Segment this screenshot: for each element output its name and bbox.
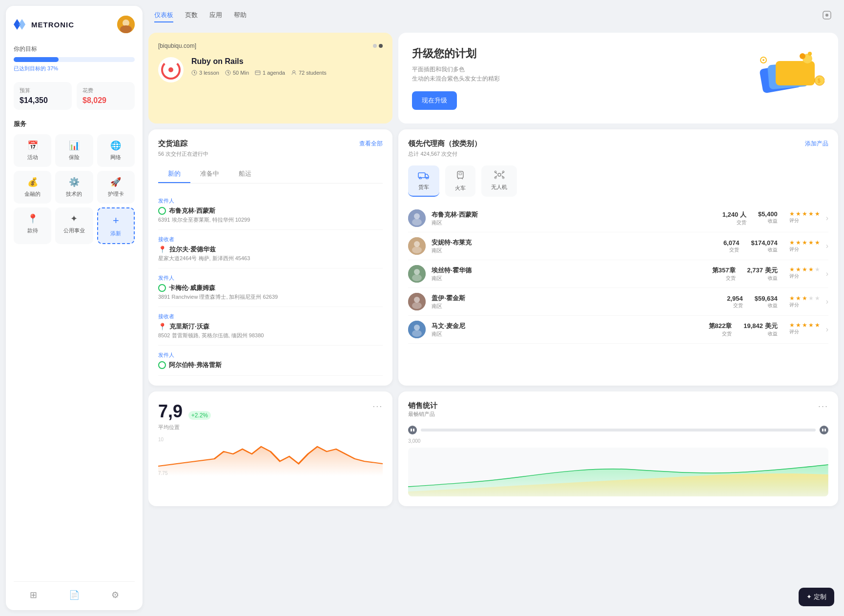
tab-shipping[interactable]: 船运 — [229, 165, 261, 183]
star-3-1: ★ — [789, 295, 795, 302]
agent-arrow-2[interactable]: › — [826, 269, 828, 278]
svg-point-34 — [414, 213, 420, 219]
agent-avatar-4 — [408, 321, 426, 338]
agent-revenue-4: 19,842 美元 收益 — [743, 322, 777, 337]
expense-card: 花费 $8,029 — [77, 82, 135, 110]
position-stat-card: 7,9 +2.2% 平均位置 ··· 7.75 — [148, 391, 392, 506]
name-3: 卡梅伦·威廉姆森 — [158, 284, 383, 292]
position-more-button[interactable]: ··· — [372, 401, 383, 411]
view-all-link[interactable]: 查看全部 — [359, 140, 383, 148]
upgrade-desc: 平面插图和我们多色 生动的未混合紫色头发女士的精彩 — [412, 65, 500, 83]
network-icon: 🌐 — [110, 140, 121, 151]
tab-new[interactable]: 新的 — [158, 165, 190, 183]
add-product-button[interactable]: 添加产品 — [805, 140, 828, 148]
shipment-tabs: 新的 准备中 船运 — [158, 165, 383, 184]
service-activity[interactable]: 📅 活动 — [14, 134, 51, 167]
addr-3: 3891 Ranchview 理查森博士, 加利福尼亚州 62639 — [158, 293, 383, 301]
notification-icon[interactable] — [822, 10, 832, 23]
star-3-2: ★ — [796, 295, 801, 302]
svg-rect-19 — [418, 173, 425, 178]
nav-help[interactable]: 帮助 — [234, 11, 247, 22]
star-4-2: ★ — [796, 322, 801, 329]
service-hospitality[interactable]: 📍 款待 — [14, 207, 51, 244]
agent-region-2: 南区 — [432, 275, 706, 282]
agent-row-3: 盖伊·霍金斯 南区 2,954 交货 $59,634 收益 ★★★★★ 评分 › — [408, 288, 828, 316]
activity-icon: 📅 — [27, 140, 38, 151]
course-agenda: 1 agenda — [255, 70, 285, 76]
services-grid: 📅 活动 📊 保险 🌐 网络 💰 金融的 ⚙️ 技术的 🚀 护理卡 📍 款待 ✦ — [14, 134, 135, 244]
file-icon[interactable]: 📄 — [69, 590, 80, 600]
agent-arrow-0[interactable]: › — [826, 214, 828, 223]
star-0-3: ★ — [802, 210, 807, 217]
slider-left-thumb[interactable] — [408, 426, 417, 434]
dot-2 — [379, 44, 383, 48]
agent-arrow-1[interactable]: › — [826, 242, 828, 250]
slider-track[interactable] — [421, 429, 816, 431]
svg-point-24 — [498, 173, 501, 176]
svg-point-13 — [800, 53, 805, 59]
agent-row-0: 布鲁克林·西蒙斯 南区 1,240 人 交货 $5,400 收益 ★★★★★ 评… — [408, 205, 828, 232]
name-5: 阿尔伯特·弗洛雷斯 — [158, 361, 383, 370]
svg-rect-51 — [824, 429, 826, 431]
shipment-header: 交货追踪 查看全部 — [158, 139, 383, 148]
svg-point-20 — [419, 177, 421, 179]
nav-pages[interactable]: 页数 — [185, 11, 198, 22]
agent-arrow-4[interactable]: › — [826, 325, 828, 334]
sales-slider — [408, 426, 828, 434]
star-0-2: ★ — [796, 210, 801, 217]
svg-point-14 — [808, 52, 812, 56]
sales-more-button[interactable]: ··· — [818, 401, 828, 411]
insurance-icon: 📊 — [69, 140, 80, 151]
bottom-row: 7,9 +2.2% 平均位置 ··· 7.75 — [148, 391, 838, 506]
svg-point-43 — [414, 297, 420, 303]
agent-arrow-3[interactable]: › — [826, 297, 828, 306]
agent-rating-container-4: ★★★★★ 评分 — [789, 322, 820, 337]
service-finance[interactable]: 💰 金融的 — [14, 171, 51, 204]
addr-1: 6391 埃尔全至赛莱斯, 特拉华州 10299 — [158, 216, 383, 224]
nav-dashboard[interactable]: 仪表板 — [154, 11, 173, 22]
service-tech[interactable]: ⚙️ 技术的 — [55, 171, 93, 204]
agent-region-4: 南区 — [432, 330, 702, 338]
goal-percent: 已达到目标的 37% — [14, 65, 135, 72]
nav-apps[interactable]: 应用 — [209, 11, 222, 22]
agent-rating-3: ★★★★★ — [789, 295, 820, 302]
svg-rect-7 — [255, 71, 260, 75]
service-care[interactable]: 🚀 护理卡 — [97, 171, 135, 204]
star-1-3: ★ — [802, 239, 807, 246]
service-tech-label: 技术的 — [66, 190, 82, 198]
customize-button[interactable]: ✦ 定制 — [799, 588, 834, 606]
course-card-header: [biqubiqu.com] — [158, 42, 383, 49]
role-2: 接收者 — [158, 236, 383, 243]
slider-right-thumb[interactable] — [820, 426, 828, 434]
role-1: 发件人 — [158, 197, 383, 205]
agent-name-4: 马文·麦金尼 — [432, 322, 702, 330]
service-utility[interactable]: ✦ 公用事业 — [55, 207, 93, 244]
agent-info-3: 盖伊·霍金斯 南区 — [432, 294, 721, 310]
tab-preparing[interactable]: 准备中 — [190, 165, 229, 183]
service-add[interactable]: + 添新 — [97, 207, 135, 244]
star-1-2: ★ — [796, 239, 801, 246]
agent-rating-label-2: 评分 — [789, 273, 799, 280]
stat-change: +2.2% — [188, 411, 211, 420]
cat-tab-train[interactable]: 火车 — [445, 165, 475, 197]
cat-tab-drone[interactable]: 无人机 — [481, 165, 517, 197]
layers-icon[interactable]: ⊞ — [30, 590, 37, 600]
add-icon: + — [113, 214, 119, 227]
upgrade-button[interactable]: 现在升级 — [412, 91, 457, 110]
star-1-5: ★ — [815, 239, 820, 246]
service-insurance[interactable]: 📊 保险 — [55, 134, 93, 167]
settings-icon[interactable]: ⚙ — [111, 590, 119, 600]
stat-desc: 平均位置 — [158, 424, 211, 431]
truck-icon — [418, 170, 430, 182]
shipment-entry-3: 发件人 卡梅伦·威廉姆森 3891 Ranchview 理查森博士, 加利福尼亚… — [158, 268, 383, 307]
agent-info-2: 埃丝特·霍华德 南区 — [432, 266, 706, 282]
agent-rating-container-2: ★★★★★ 评分 — [789, 266, 820, 282]
name-1: 布鲁克林·西蒙斯 — [158, 206, 383, 215]
cat-tab-truck[interactable]: 货车 — [408, 165, 439, 197]
shipment-card: 交货追踪 查看全部 56 次交付正在进行中 新的 准备中 船运 发件人 布鲁克林… — [148, 129, 392, 386]
service-network[interactable]: 🌐 网络 — [97, 134, 135, 167]
svg-point-21 — [426, 177, 428, 179]
agent-transactions-0: 1,240 人 交货 — [722, 210, 746, 226]
agents-title: 领先代理商（按类别） — [408, 139, 481, 148]
agent-rating-2: ★★★★★ — [789, 266, 820, 273]
